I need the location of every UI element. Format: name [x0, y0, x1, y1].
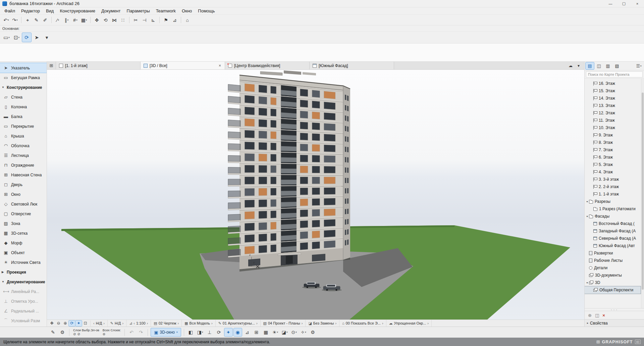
pick-parameters-button[interactable]: ✐ — [41, 16, 49, 24]
menu-item-1[interactable]: Редактор — [18, 7, 43, 14]
properties-section[interactable]: ▸ Свойства — [585, 319, 644, 327]
tab-south-elevation[interactable]: [Южный Фасад] — [310, 62, 394, 69]
arrow-options-button[interactable]: ▾ — [42, 33, 51, 42]
tree-item[interactable]: ▾3D — [585, 279, 641, 286]
tool-linear-dimension[interactable]: ⟷Линейный Ра... — [0, 287, 47, 296]
undo-small-button[interactable]: ↶ — [127, 328, 136, 336]
tool-door[interactable]: ◻Дверь — [0, 180, 47, 189]
tree-item[interactable]: 3D-документы — [585, 272, 641, 279]
tool-mesh-3d[interactable]: ▦3D-сетка — [0, 228, 47, 238]
pen-set-control[interactable]: ✎01 Архитектурны...› — [216, 320, 261, 327]
renovation-filter-control[interactable]: ⌂00 Показать Все Э...› — [339, 320, 386, 327]
tab-interaction-center[interactable]: [Центр Взаимодействия] — [225, 62, 310, 69]
look-to-button[interactable]: ◉ — [234, 328, 242, 336]
surroundings-control[interactable]: ☁Упрощенная Окр...› — [386, 320, 432, 327]
tool-roof[interactable]: ⌂Крыша — [0, 131, 47, 141]
sync-teamwork-button[interactable]: ⟳ — [22, 33, 31, 42]
tool-radial-dimension[interactable]: ∠Радиальный ... — [0, 306, 47, 316]
next-arrow-icon[interactable]: › — [302, 321, 303, 325]
previous-arrow-icon[interactable]: ‹ — [133, 321, 135, 325]
grid-display-button[interactable]: ▦ — [80, 16, 88, 24]
orbit-mode-button[interactable]: ⟳ — [215, 328, 223, 336]
markup-flag-button[interactable]: ⚑ — [162, 16, 170, 24]
cloud-download-icon[interactable]: ☁ — [567, 62, 574, 69]
delete-button[interactable]: × — [602, 313, 605, 318]
editing-plane-button[interactable]: ⊥ — [206, 328, 214, 336]
redo-small-button[interactable]: ↷ — [137, 328, 145, 336]
next-arrow-icon[interactable]: › — [122, 321, 123, 325]
menu-item-5[interactable]: Параметры — [124, 7, 153, 14]
capture-view-button[interactable]: ⌂ — [183, 16, 192, 24]
menu-item-8[interactable]: Помощь — [195, 7, 218, 14]
marquee-mode-button[interactable]: ▭ — [2, 33, 11, 42]
tool-object[interactable]: ▣Объект — [0, 248, 47, 257]
intersect-button[interactable]: ⊾ — [149, 16, 157, 24]
tool-shell[interactable]: ◠Оболочка — [0, 141, 47, 151]
tree-item[interactable]: Восточный Фасад ( — [585, 220, 641, 227]
minimize-button[interactable]: — — [604, 0, 617, 7]
3d-cutaway-button[interactable]: ⊿ — [243, 328, 251, 336]
zoom-in-button[interactable]: ⊕ — [62, 321, 68, 326]
tool-skylight[interactable]: ◇Световой Люк — [0, 199, 47, 209]
tree-item[interactable]: 6. Этаж — [585, 154, 641, 161]
scale-control[interactable]: ⊿‹1:100› — [126, 320, 151, 327]
projection-button[interactable]: ◨ — [196, 328, 204, 336]
menu-item-3[interactable]: Конструирование — [57, 7, 98, 14]
tool-morph[interactable]: ◆Морф — [0, 238, 47, 248]
next-arrow-icon[interactable]: › — [256, 321, 258, 325]
next-arrow-icon[interactable]: › — [335, 321, 336, 325]
close-icon[interactable]: × — [218, 63, 222, 68]
tree-item[interactable]: Южный Фасад (Авт — [585, 242, 641, 249]
tree-item[interactable]: 2. 2-й этаж — [585, 183, 641, 190]
tree-item[interactable]: 10. Этаж — [585, 124, 641, 131]
rotate-button[interactable]: ⟲ — [101, 16, 110, 24]
layout-book-button[interactable]: ▥ — [604, 62, 612, 69]
drawing-control[interactable]: ▤02 Чертеж› — [151, 320, 182, 327]
photo-render-button[interactable]: ✧ — [300, 328, 308, 336]
toolbox-section-design-section[interactable]: ▼Конструирование — [0, 82, 47, 92]
snap-grid-button[interactable]: # — [71, 16, 79, 24]
zoom-out-button[interactable]: ⊖ — [55, 321, 62, 326]
tool-slab[interactable]: ▭Перекрытие — [0, 121, 47, 131]
tool-curtain-wall[interactable]: ⊞Навесная Стена — [0, 170, 47, 180]
tree-item[interactable]: 8. Этаж — [585, 139, 641, 146]
measure-button[interactable]: ⊿ — [170, 16, 179, 24]
panel-splitter[interactable] — [585, 308, 644, 311]
scrollbar-thumb[interactable] — [642, 93, 644, 290]
camera-button[interactable]: ⊙ — [290, 328, 298, 336]
menu-item-6[interactable]: Teamwork — [153, 7, 179, 14]
zoom-level-control[interactable]: ‹Н/Д› — [91, 320, 108, 327]
tree-item[interactable]: 11. Этаж — [585, 117, 641, 124]
drag-button[interactable]: ✥ — [93, 16, 101, 24]
tool-zone[interactable]: ▨Зона — [0, 219, 47, 228]
tree-item[interactable]: 1. 1-й этаж — [585, 190, 641, 198]
3d-style-button[interactable]: ◧ — [187, 328, 195, 336]
tool-stair[interactable]: ☰Лестница — [0, 151, 47, 160]
offset-button[interactable]: ∥ — [62, 16, 71, 24]
toolbox-section-projection-section[interactable]: ▶Проекция — [0, 267, 47, 277]
navigator-popup-button[interactable]: ⊞ — [47, 62, 56, 69]
tree-item[interactable]: 4. Этаж — [585, 168, 641, 176]
tool-railing[interactable]: ⊓Ограждение — [0, 160, 47, 170]
next-arrow-icon[interactable]: › — [211, 321, 213, 325]
tool-level-dimension[interactable]: ⊥Отметка Уро... — [0, 296, 47, 306]
tree-item[interactable]: 12. Этаж — [585, 109, 641, 117]
tree-item[interactable]: Развертки — [585, 249, 641, 257]
menu-item-2[interactable]: Вид — [43, 7, 57, 14]
pen-set-quick-control[interactable]: ✎Н/Д› — [108, 320, 126, 327]
graphic-override-control[interactable]: ◪Без Замены› — [306, 320, 339, 327]
search-input[interactable] — [586, 71, 643, 77]
show-all-layers-button[interactable]: ⊚ — [103, 332, 105, 336]
panel-menu-button[interactable]: ☰▾ — [635, 62, 643, 69]
next-arrow-icon[interactable]: › — [147, 321, 148, 325]
tree-item[interactable]: 5. Этаж — [585, 161, 641, 168]
pan-button[interactable]: ✥ — [49, 321, 55, 326]
project-map-button[interactable]: ▤ — [586, 62, 594, 69]
building-model[interactable] — [228, 70, 350, 272]
tab-3d-all[interactable]: [3D / Все]× — [141, 62, 225, 69]
redo-button[interactable]: ↷ — [11, 16, 19, 24]
split-button[interactable]: ✂ — [131, 16, 140, 24]
hide-layer-button[interactable]: ⊘ — [73, 332, 76, 336]
tab-floor-plan[interactable]: [1. 1-й этаж] — [56, 62, 141, 69]
tree-item[interactable]: 7. Этаж — [585, 146, 641, 154]
